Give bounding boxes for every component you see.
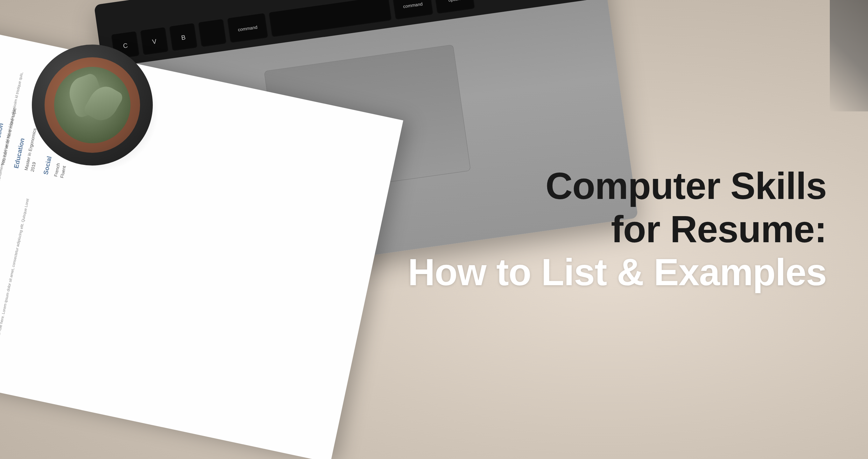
title-line-1a: Computer Skills <box>408 164 827 208</box>
key-option: option <box>434 0 475 14</box>
dark-fabric-edge <box>830 0 868 112</box>
succulent-leaves <box>54 67 130 143</box>
key-command: command <box>227 13 268 43</box>
key-spacebar <box>269 0 392 38</box>
laptop-keyboard: C V B command command option <box>94 0 607 68</box>
title-line-2: How to List & Examples <box>408 251 827 295</box>
succulent-plant <box>32 44 159 172</box>
key-b: B <box>169 23 198 52</box>
key-command-right: command <box>392 0 434 20</box>
title-overlay: Computer Skills for Resume: How to List … <box>408 164 827 294</box>
title-line-1b: for Resume: <box>408 208 827 251</box>
hero-image-scene: C V B command command option John Doe Jo… <box>0 0 868 459</box>
key-blank <box>198 19 227 48</box>
